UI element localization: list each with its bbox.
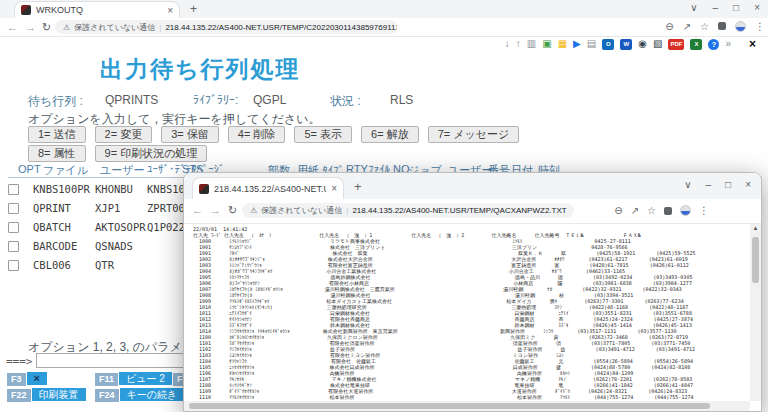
paint-icon[interactable]: ▦ xyxy=(558,38,567,50)
option-button[interactable]: 7= メッセージ xyxy=(428,126,520,143)
option-button[interactable]: 9= 印刷状況の処理 xyxy=(95,145,208,162)
pages-icon[interactable]: ▥ xyxy=(527,38,536,50)
row-checkbox[interactable] xyxy=(8,203,19,214)
option-button[interactable]: 8= 属性 xyxy=(28,145,86,162)
copy-icon[interactable]: ▤ xyxy=(587,38,596,50)
popup-close-button[interactable]: × xyxy=(745,179,751,190)
menu-icon[interactable]: ⋮ xyxy=(755,21,765,32)
row-checkbox[interactable] xyxy=(8,184,19,195)
fkey-button[interactable]: F24キーの続き xyxy=(95,384,184,402)
back-icon[interactable]: ← xyxy=(7,21,18,33)
option-button[interactable]: 4= 削除 xyxy=(228,126,286,143)
popup-tab-title: 218.44.135.22/AS400-NET.USR/T xyxy=(214,184,326,194)
column-header: OPT xyxy=(18,163,41,175)
row-checkbox[interactable] xyxy=(8,222,19,233)
toolbar-close-icon[interactable]: × xyxy=(749,37,756,51)
field-label: 状況 : xyxy=(330,93,361,110)
pdf-icon[interactable]: PDF xyxy=(668,39,684,50)
jump-icon[interactable]: » xyxy=(725,38,731,50)
cell-user: XJP1 xyxy=(95,202,120,214)
zoom-out-icon[interactable]: ⊖ xyxy=(665,21,673,32)
maximize-button[interactable]: □ xyxy=(733,2,739,13)
cell-userdata: KNBS10 xyxy=(147,183,185,195)
option-buttons-row2: 8= 属性9= 印刷状況の処理 xyxy=(28,145,207,162)
popup-url-field[interactable]: ⚠ 保護されていない通信 | 218.44.135.22/AS400-NET.U… xyxy=(242,203,574,218)
option-button[interactable]: 5= 表示 xyxy=(294,126,352,143)
row-checkbox[interactable] xyxy=(8,260,19,271)
field-label: 待ち行列 : xyxy=(28,93,83,110)
tab-search-icon[interactable]: ∨ xyxy=(690,2,697,13)
popup-horizontal-scrollbar[interactable] xyxy=(184,401,750,411)
option-button[interactable]: 1= 送信 xyxy=(28,126,86,143)
cell-user: QTR xyxy=(95,259,114,271)
row-checkbox[interactable] xyxy=(8,241,19,252)
fkey-label: キーの続き xyxy=(120,388,185,401)
popup-file-content-area: 22/03/01 14:41:42 仕入先 ｺｰﾄﾞ 仕入先名 （ ｶﾅ ） 仕… xyxy=(184,224,761,411)
popup-menu-icon[interactable]: ⋮ xyxy=(699,205,709,216)
popup-profile-avatar[interactable] xyxy=(680,205,691,216)
share-icon[interactable]: ↗ xyxy=(683,21,691,32)
scroll-up-icon[interactable]: ▲ xyxy=(750,225,761,231)
popup-tab-favicon xyxy=(199,184,209,194)
main-url-field[interactable]: ⚠ 保護されていない通信 | 218.44.135.22/AS400-NET.U… xyxy=(55,20,397,34)
cell-user: AKTOSOPR xyxy=(95,221,146,233)
tab-close-icon[interactable]: × xyxy=(167,5,173,16)
popup-tab-search-icon[interactable]: ∨ xyxy=(684,179,691,190)
printer-icon[interactable]: ▧ xyxy=(653,38,662,50)
fkey-number: F24 xyxy=(95,389,119,402)
outlook-icon[interactable]: O xyxy=(602,39,614,50)
popup-zoom-out-icon[interactable]: ⊖ xyxy=(614,205,622,216)
popup-minimize-button[interactable]: – xyxy=(706,179,712,190)
option-button[interactable]: 6= 解放 xyxy=(361,126,419,143)
fkey-label: 印刷装置 xyxy=(32,388,86,401)
url-separator: | xyxy=(159,23,161,32)
field-label: ﾗｲﾌﾞﾗﾘｰ: xyxy=(193,93,238,107)
cell-user: QSNADS xyxy=(95,240,133,252)
popup-extensions-icon[interactable] xyxy=(664,207,672,215)
reload-icon[interactable]: ↻ xyxy=(42,21,51,34)
popup-tab-close-icon[interactable]: × xyxy=(331,183,337,194)
camera-icon[interactable]: ◉ xyxy=(638,38,647,50)
popup-security-label: 保護されていない通信 xyxy=(261,205,342,216)
option-button[interactable]: 3= 保留 xyxy=(161,126,219,143)
popup-back-icon[interactable]: ← xyxy=(192,204,203,216)
send-icon[interactable]: ▶ xyxy=(573,38,581,50)
popup-vertical-scrollbar[interactable]: ▲ xyxy=(750,224,761,401)
image-icon[interactable]: ▣ xyxy=(542,38,551,50)
main-active-tab[interactable]: WRKOUTQ × xyxy=(14,1,180,18)
minimize-button[interactable]: – xyxy=(713,2,719,13)
close-button[interactable]: × xyxy=(754,2,760,13)
not-secure-icon: ⚠ xyxy=(63,23,70,32)
profile-avatar[interactable] xyxy=(735,21,746,32)
forward-icon[interactable]: → xyxy=(25,21,36,33)
bookmark-star-icon[interactable]: ☆ xyxy=(700,21,709,32)
app-toolbar: ↓↑▥▣▦▶▤OW◉▧PDFX?»× xyxy=(505,37,756,51)
popup-maximize-button[interactable]: □ xyxy=(725,179,731,190)
tab-title: WRKOUTQ xyxy=(36,5,162,15)
page-title: 出力待ち行列処理 xyxy=(100,54,301,85)
main-tab-strip: WRKOUTQ × + ∨ – □ × xyxy=(0,0,768,18)
command-prompt-label: ===> xyxy=(6,355,33,368)
cell-file: KNBS100PR xyxy=(33,183,90,195)
word-icon[interactable]: W xyxy=(620,39,632,50)
option-button[interactable]: 2= 変更 xyxy=(95,126,153,143)
upload-icon[interactable]: ↑ xyxy=(516,38,521,50)
popup-url-separator: | xyxy=(346,206,348,215)
column-header: ファイル xyxy=(43,163,88,178)
popup-bookmark-star-icon[interactable]: ☆ xyxy=(647,205,656,216)
popup-new-tab-button[interactable]: + xyxy=(354,179,362,194)
fkey-button[interactable]: F22印刷装置 xyxy=(7,384,86,402)
extensions-icon[interactable] xyxy=(718,22,726,30)
cell-file: QPRINT xyxy=(33,202,71,214)
new-tab-button[interactable]: + xyxy=(190,2,197,16)
help-icon[interactable]: ? xyxy=(708,39,719,50)
popup-forward-icon[interactable]: → xyxy=(210,204,221,216)
excel-icon[interactable]: X xyxy=(690,39,702,50)
horizontal-scroll-thumb[interactable] xyxy=(189,403,710,409)
popup-reload-icon[interactable]: ↻ xyxy=(228,204,237,217)
security-label: 保護されていない通信 xyxy=(74,22,155,33)
download-icon[interactable]: ↓ xyxy=(505,38,510,50)
popup-active-tab[interactable]: 218.44.135.22/AS400-NET.USR/T × xyxy=(192,177,344,199)
vertical-scroll-thumb[interactable] xyxy=(752,237,759,283)
popup-share-icon[interactable]: ↗ xyxy=(631,205,639,216)
